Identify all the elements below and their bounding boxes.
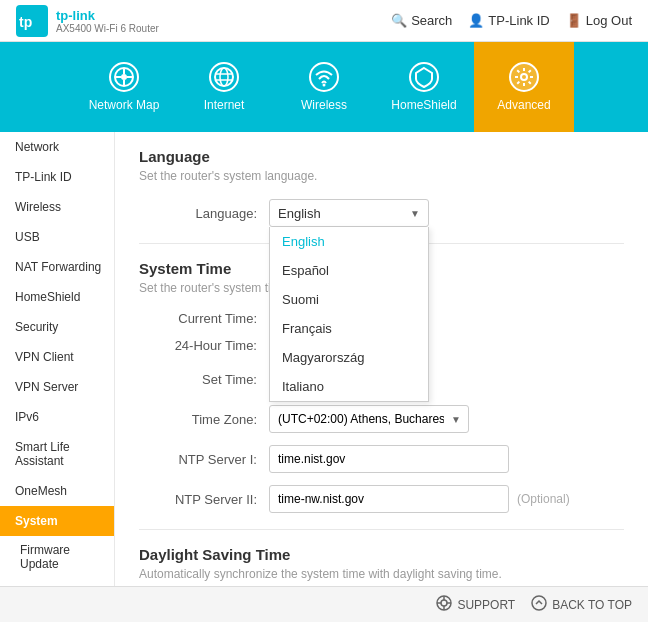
timezone-row: Time Zone: (UTC+02:00) Athens, Bucharest… — [139, 405, 624, 433]
network-map-icon — [109, 62, 139, 92]
svg-point-8 — [215, 68, 233, 86]
sidebar-item-tplink-id[interactable]: TP-Link ID — [0, 162, 114, 192]
nav-advanced[interactable]: Advanced — [474, 42, 574, 132]
24hour-label: 24-Hour Time: — [139, 338, 269, 353]
lang-option-espanol[interactable]: Español — [270, 256, 428, 285]
sidebar-item-vpn-client[interactable]: VPN Client — [0, 342, 114, 372]
lang-option-francais[interactable]: Français — [270, 314, 428, 343]
nav-wireless[interactable]: Wireless — [274, 42, 374, 132]
svg-point-13 — [521, 74, 527, 80]
nav-homeshield[interactable]: HomeShield — [374, 42, 474, 132]
sidebar-item-security[interactable]: Security — [0, 312, 114, 342]
language-row: Language: English ▼ English Español Suom… — [139, 199, 624, 227]
ntp1-label: NTP Server I: — [139, 452, 269, 467]
timezone-dropdown: (UTC+02:00) Athens, Bucharest ▼ — [269, 405, 469, 433]
language-label: Language: — [139, 206, 269, 221]
sidebar: Network TP-Link ID Wireless USB NAT Forw… — [0, 132, 115, 586]
header: tp tp-link AX5400 Wi-Fi 6 Router 🔍 Searc… — [0, 0, 648, 42]
sidebar-sub-backup[interactable]: Backup & Restore — [0, 578, 114, 586]
language-desc: Set the router's system language. — [139, 169, 624, 183]
internet-icon — [209, 62, 239, 92]
main-layout: Network TP-Link ID Wireless USB NAT Forw… — [0, 132, 648, 586]
lang-option-suomi[interactable]: Suomi — [270, 285, 428, 314]
nav-internet[interactable]: Internet — [174, 42, 274, 132]
nav-network-map[interactable]: Network Map — [74, 42, 174, 132]
homeshield-icon — [409, 62, 439, 92]
support-label: SUPPORT — [457, 598, 515, 612]
back-to-top-icon — [531, 595, 547, 614]
header-actions: 🔍 Search 👤 TP-Link ID 🚪 Log Out — [391, 13, 632, 28]
sidebar-item-smart-life[interactable]: Smart Life Assistant — [0, 432, 114, 476]
sidebar-item-network[interactable]: Network — [0, 132, 114, 162]
svg-point-12 — [323, 84, 326, 87]
navbar: Network Map Internet Wireless HomeShield… — [0, 42, 648, 132]
sidebar-item-homeshield[interactable]: HomeShield — [0, 282, 114, 312]
search-button[interactable]: 🔍 Search — [391, 13, 452, 28]
nav-advanced-label: Advanced — [497, 98, 550, 112]
tp-link-logo-icon: tp — [16, 5, 48, 37]
content-area: Language Set the router's system languag… — [115, 132, 648, 586]
sidebar-item-system[interactable]: System — [0, 506, 114, 536]
sidebar-sub-firmware[interactable]: Firmware Update — [0, 536, 114, 578]
dst-section: Daylight Saving Time Automatically synch… — [139, 546, 624, 586]
svg-point-15 — [441, 600, 447, 606]
dst-divider — [139, 529, 624, 530]
language-value: English — [278, 206, 410, 221]
svg-point-20 — [532, 596, 546, 610]
sidebar-item-vpn-server[interactable]: VPN Server — [0, 372, 114, 402]
sidebar-item-nat[interactable]: NAT Forwarding — [0, 252, 114, 282]
nav-network-map-label: Network Map — [89, 98, 160, 112]
dst-desc: Automatically synchronize the system tim… — [139, 567, 624, 581]
current-time-label: Current Time: — [139, 311, 269, 326]
user-icon: 👤 — [468, 13, 484, 28]
nav-homeshield-label: HomeShield — [391, 98, 456, 112]
footer: SUPPORT BACK TO TOP — [0, 586, 648, 622]
sidebar-item-ipv6[interactable]: IPv6 — [0, 402, 114, 432]
search-label: Search — [411, 13, 452, 28]
logout-button[interactable]: 🚪 Log Out — [566, 13, 632, 28]
logo: tp tp-link AX5400 Wi-Fi 6 Router — [16, 5, 159, 37]
sidebar-item-usb[interactable]: USB — [0, 222, 114, 252]
nav-wireless-label: Wireless — [301, 98, 347, 112]
ntp1-input[interactable] — [269, 445, 509, 473]
lang-option-italiano[interactable]: Italiano — [270, 372, 428, 401]
logout-icon: 🚪 — [566, 13, 582, 28]
tplink-id-button[interactable]: 👤 TP-Link ID — [468, 13, 549, 28]
timezone-label: Time Zone: — [139, 412, 269, 427]
nav-internet-label: Internet — [204, 98, 245, 112]
language-title: Language — [139, 148, 624, 165]
ntp2-row: NTP Server II: (Optional) — [139, 485, 624, 513]
language-dropdown-list: English Español Suomi Français Magyarors… — [269, 227, 429, 402]
optional-label: (Optional) — [517, 492, 570, 506]
svg-point-3 — [121, 74, 127, 80]
timezone-select[interactable]: (UTC+02:00) Athens, Bucharest — [269, 405, 469, 433]
back-to-top-label: BACK TO TOP — [552, 598, 632, 612]
search-icon: 🔍 — [391, 13, 407, 28]
set-time-label: Set Time: — [139, 372, 269, 387]
language-dropdown-container: English ▼ English Español Suomi Français… — [269, 199, 429, 227]
brand-name: tp-link AX5400 Wi-Fi 6 Router — [56, 8, 159, 34]
sidebar-item-wireless[interactable]: Wireless — [0, 192, 114, 222]
chevron-down-icon: ▼ — [410, 208, 420, 219]
back-to-top-button[interactable]: BACK TO TOP — [531, 595, 632, 614]
logout-label: Log Out — [586, 13, 632, 28]
lang-option-english[interactable]: English — [270, 227, 428, 256]
ntp2-label: NTP Server II: — [139, 492, 269, 507]
svg-point-9 — [220, 68, 228, 86]
language-section: Language Set the router's system languag… — [139, 148, 624, 227]
ntp1-row: NTP Server I: — [139, 445, 624, 473]
dst-title: Daylight Saving Time — [139, 546, 624, 563]
tplink-id-label: TP-Link ID — [488, 13, 549, 28]
wireless-icon — [309, 62, 339, 92]
lang-option-magyarorszag[interactable]: Magyarország — [270, 343, 428, 372]
svg-text:tp: tp — [19, 14, 32, 30]
language-input[interactable]: English ▼ — [269, 199, 429, 227]
advanced-icon — [509, 62, 539, 92]
support-icon — [436, 595, 452, 614]
sidebar-item-onemesh[interactable]: OneMesh — [0, 476, 114, 506]
support-button[interactable]: SUPPORT — [436, 595, 515, 614]
ntp2-input[interactable] — [269, 485, 509, 513]
